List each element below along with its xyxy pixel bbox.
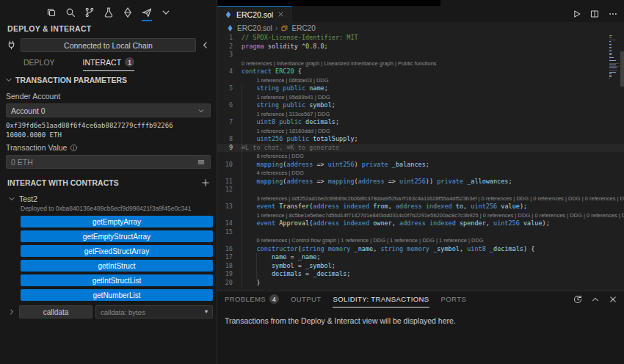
code-text[interactable]: decimals = _decimals; [242,270,350,279]
calldata-button[interactable]: calldata [19,305,92,318]
line-number[interactable]: 19 [217,270,233,279]
code-text[interactable]: mapping(address => mapping(address => ui… [242,178,512,186]
line-number[interactable]: 1 [217,34,233,43]
codelens-text[interactable]: 1 reference | 18160ddd | DDG [242,127,330,136]
code-text[interactable]: contract ERC20 { [242,68,302,76]
function-button-getnumberlist[interactable]: getNumberList [21,289,213,301]
line-number[interactable] [217,211,233,220]
line-number[interactable]: 16 [217,245,233,254]
close-panel-icon[interactable] [608,294,618,305]
line-number[interactable] [217,110,233,119]
split-editor-icon[interactable] [589,9,600,19]
line-number[interactable]: 5 [217,84,233,93]
line-number[interactable]: 18 [217,262,233,271]
close-tab-icon[interactable] [277,10,285,18]
code-text[interactable]: event Approval(address indexed owner, ad… [242,219,550,228]
connected-chain-button[interactable]: Connected to Local Chain [21,38,196,52]
ethereum-icon[interactable] [122,7,134,18]
codelens-text[interactable]: 1 reference | 95d89b41 | DDG [242,93,330,102]
line-number[interactable]: 8 [217,135,233,144]
view-tab-interact[interactable]: INTERACT1 [83,57,135,71]
sliders-icon[interactable] [197,158,206,167]
git-branch-icon[interactable] [84,7,95,18]
line-number[interactable]: 13 [217,203,233,211]
codelens-text[interactable]: 0 references | Control flow graph | 1 re… [242,236,484,245]
codelens-text[interactable]: 1 reference | 06fdde03 | DDG [242,76,329,85]
line-number[interactable]: 11 [217,178,233,186]
transaction-parameters-header[interactable]: TRANSACTION PARAMETERS [0,71,217,87]
codelens-text[interactable]: 4 references | DDG [242,169,304,178]
calldata-input[interactable]: calldata: bytes ▾ [95,305,213,318]
code-text[interactable]: uint256 public totalSupply; [242,135,358,144]
code-line: 1// SPDX-License-Identifier: MIT [217,34,624,43]
code-text[interactable]: mapping(address => uint256) private _bal… [242,161,429,170]
account-select[interactable]: Account 0 [6,103,211,117]
chevron-up-icon[interactable] [590,294,601,305]
code-text[interactable]: } [242,279,261,288]
line-number[interactable] [217,236,233,245]
editor-scrollbar[interactable] [620,51,624,87]
line-number[interactable]: 9 [217,144,233,153]
breadcrumb-symbol[interactable]: ERC20 [291,24,315,32]
line-number[interactable]: 3 [217,51,233,59]
codelens-text[interactable]: 1 reference | 313ce567 | DDG [242,110,330,119]
codelens-text[interactable]: 0 references | Inheritance graph | Linea… [242,59,437,68]
code-text[interactable]: event Transfer(address indexed from, add… [242,203,527,211]
line-number[interactable] [217,152,233,161]
function-button-getintstruct[interactable]: getIntStruct [21,260,213,272]
line-number[interactable]: 7 [217,118,233,127]
flask-icon[interactable] [103,7,115,18]
line-number[interactable]: 12 [217,186,233,194]
function-button-getemptyarray[interactable]: getEmptyArray [21,216,213,228]
line-number[interactable] [217,169,233,178]
code-editor[interactable]: 1// SPDX-License-Identifier: MIT2pragma … [217,34,624,291]
panel-tab-output[interactable]: OUTPUT [291,291,321,307]
line-number[interactable]: 20 [217,279,233,288]
code-text[interactable]: constructor(string memory _name, string … [242,245,534,254]
search-icon[interactable] [65,7,76,18]
code-text[interactable]: uint8 public decimals; [242,118,339,127]
code-text[interactable]: name = _name; [242,253,321,262]
line-number[interactable] [217,127,233,136]
code-text[interactable]: // SPDX-License-Identifier: MIT [242,34,358,43]
line-number[interactable]: 4 [217,68,233,76]
panel-tab-solidity-transactions[interactable]: SOLIDITY: TRANSACTIONS [333,291,429,307]
deploy-icon[interactable] [141,7,153,18]
contract-tree-item[interactable]: Test2 [0,191,217,205]
line-number[interactable]: 14 [217,219,233,228]
code-text[interactable]: string public symbol; [242,101,335,110]
code-text[interactable]: pragma solidity ^0.8.0; [242,43,328,51]
chevron-left-icon[interactable] [200,40,211,51]
code-text[interactable]: string public name; [242,84,328,93]
line-number[interactable]: 17 [217,253,233,262]
breadcrumb-file[interactable]: ERC20.sol [237,24,272,32]
line-number[interactable] [217,93,233,102]
copy-icon[interactable] [46,7,57,18]
function-button-getemptystructarray[interactable]: getEmptyStructArray [21,230,213,242]
view-tab-deploy[interactable]: DEPLOY [23,57,55,71]
history-icon[interactable] [573,294,583,305]
line-number[interactable]: 2 [217,43,233,51]
editor-tab-erc20[interactable]: ERC20.sol [217,6,292,22]
line-number[interactable]: 15 [217,228,233,237]
line-number[interactable]: 10 [217,161,233,170]
codelens-text[interactable]: 3 references | ddf252ad1be2c89b69c2b068f… [242,194,624,203]
run-icon[interactable] [571,9,581,19]
function-button-getfixedstructarray[interactable]: getFixedStructArray [21,245,213,257]
line-number[interactable] [217,194,233,203]
panel-tab-problems[interactable]: PROBLEMS4 [225,291,279,307]
codelens-text[interactable]: 8 references | DDG [242,152,304,161]
chevron-right-icon[interactable] [7,307,16,316]
minimap[interactable] [609,35,620,79]
codelens-text[interactable]: 1 reference | 8c5be1e5ebec7d5bd14f71427d… [242,211,624,220]
transaction-value-input[interactable]: 0 ETH [6,155,211,169]
line-number[interactable] [217,76,233,85]
code-text[interactable]: ⌘L to chat, ⌘K to generate [242,144,339,153]
chevron-down-icon[interactable] [160,7,172,18]
more-actions-icon[interactable] [608,9,618,19]
function-button-getintstructlist[interactable]: getIntStructList [21,274,213,286]
panel-tab-ports[interactable]: PORTS [441,291,467,307]
line-number[interactable] [217,59,233,68]
add-contract-button[interactable] [200,178,211,188]
line-number[interactable]: 6 [217,101,233,110]
